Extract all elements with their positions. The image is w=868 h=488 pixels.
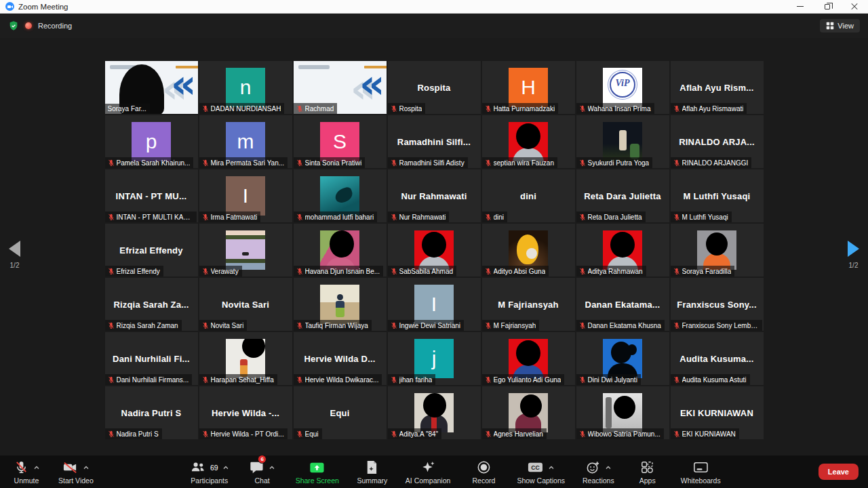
- participant-tile[interactable]: Adityo Absi Guna: [482, 224, 575, 277]
- participant-name-label: Equi: [294, 428, 322, 439]
- participant-photo: [414, 393, 454, 432]
- participant-name-label: Irma Fatmawati: [199, 211, 261, 222]
- participant-tile[interactable]: Rachmad: [294, 61, 387, 114]
- chat-button[interactable]: 6Chat: [247, 459, 278, 485]
- participant-tile[interactable]: M FajriansyahM Fajriansyah: [482, 278, 575, 331]
- muted-mic-icon: [673, 267, 680, 275]
- participant-tile[interactable]: Efrizal EffendyEfrizal Effendy: [105, 224, 198, 277]
- participant-tile[interactable]: EKI KURNIAWANEKI KURNIAWAN: [671, 386, 764, 439]
- participant-name-text: Rizqia Sarah Za...: [113, 300, 189, 310]
- participant-tile[interactable]: Wahana Insan Prima: [576, 61, 669, 114]
- chevron-up-icon[interactable]: [548, 465, 555, 470]
- summary-button[interactable]: Summary: [357, 459, 388, 485]
- participant-tile[interactable]: nDADAN NURDIANSAH: [199, 61, 292, 114]
- close-button[interactable]: [841, 0, 868, 13]
- participant-tile[interactable]: M Luthfi YusaqiM Luthfi Yusaqi: [671, 169, 764, 222]
- apps-button[interactable]: Apps: [632, 459, 663, 485]
- participant-tile[interactable]: Audita Kusuma...Audita Kusuma Astuti: [671, 332, 764, 385]
- leave-button[interactable]: Leave: [818, 464, 859, 480]
- view-button[interactable]: View: [820, 19, 860, 33]
- participants-button[interactable]: 69Participants: [190, 459, 229, 485]
- muted-mic-icon: [202, 267, 209, 275]
- participant-tile[interactable]: Agnes Harvelian: [482, 386, 575, 439]
- participant-tile[interactable]: RINALDO ARJA...RINALDO ARJANGGI: [671, 115, 764, 168]
- participant-photo: [697, 230, 736, 270]
- participant-tile[interactable]: Ramadhini Silfi...Ramadhini Silfi Adisty: [388, 115, 481, 168]
- muted-mic-icon: [485, 213, 492, 221]
- participant-tile[interactable]: Taufiq Firman Wijaya: [294, 278, 387, 331]
- participant-name-text: INTAN - PT MU...: [116, 191, 187, 201]
- participant-tile[interactable]: Syukurdi Putra Yoga: [576, 115, 669, 168]
- participant-tile[interactable]: Aditya.A "84": [388, 386, 481, 439]
- reactions-icon: [585, 460, 601, 475]
- participant-tile[interactable]: Havana Djun Isnain Be...: [294, 224, 387, 277]
- reactions-button[interactable]: Reactions: [583, 459, 614, 485]
- participant-tile[interactable]: dinidini: [482, 169, 575, 222]
- participant-tile[interactable]: septian wira Fauzan: [482, 115, 575, 168]
- participant-tile[interactable]: RospitaRospita: [388, 61, 481, 114]
- participant-tile[interactable]: EquiEqui: [294, 386, 387, 439]
- participant-name-label: Sinta Sonia Pratiwi: [294, 157, 366, 168]
- participant-tile[interactable]: mohammad lutfi bahari: [294, 169, 387, 222]
- muted-mic-icon: [673, 159, 680, 167]
- next-page-arrow-icon[interactable]: [848, 241, 859, 257]
- participant-tile[interactable]: Dani Nurhilali Fi...Dani Nurhilali Firma…: [105, 332, 198, 385]
- camera-muted-icon: [62, 460, 79, 475]
- record-button[interactable]: Record: [468, 459, 499, 485]
- participant-tile[interactable]: Dini Dwi Julyanti: [576, 332, 669, 385]
- participant-tile[interactable]: Soraya Faradilla: [671, 224, 764, 277]
- participant-name-label: Rachmad: [294, 103, 338, 114]
- chevron-up-icon[interactable]: [605, 465, 612, 470]
- participant-tile[interactable]: Nadira Putri SNadira Putri S: [105, 386, 198, 439]
- show-captions-button[interactable]: CCShow Captions: [517, 459, 565, 485]
- muted-mic-icon: [673, 104, 680, 113]
- participant-tile[interactable]: Nur RahmawatiNur Rahmawati: [388, 169, 481, 222]
- participant-tile[interactable]: Ego Yulianto Adi Guna: [482, 332, 575, 385]
- participant-tile[interactable]: Franxiscus Sony...Franxiscus Sony Lemba.…: [671, 278, 764, 331]
- ai-companion-button[interactable]: AI Companion: [406, 459, 451, 485]
- participant-tile[interactable]: INTAN - PT MU...INTAN - PT MULTI KAR...: [105, 169, 198, 222]
- participant-tile[interactable]: SSinta Sonia Pratiwi: [294, 115, 387, 168]
- chevron-up-icon[interactable]: [269, 465, 275, 470]
- participant-tile[interactable]: mMira Permata Sari Yan...: [199, 115, 292, 168]
- participant-name-text: Novita Sari: [222, 300, 269, 310]
- participant-name-label: Wahana Insan Prima: [576, 103, 654, 114]
- start-video-button[interactable]: Start Video: [58, 459, 94, 485]
- participant-tile[interactable]: jjihan fariha: [388, 332, 481, 385]
- participant-tile[interactable]: Wibowo Satria Pamun...: [576, 386, 669, 439]
- participant-name-label: Nadira Putri S: [105, 428, 162, 439]
- participant-tile[interactable]: Rizqia Sarah Za...Rizqia Sarah Zaman: [105, 278, 198, 331]
- participant-name-label: Soraya Far...: [105, 104, 150, 114]
- muted-mic-icon: [202, 213, 209, 221]
- participant-tile[interactable]: SabSabila Ahmad: [388, 224, 481, 277]
- participant-tile[interactable]: HHatta Purnamadzaki: [482, 61, 575, 114]
- participant-tile[interactable]: Harapan Sehat_Hiffa: [199, 332, 292, 385]
- restore-button[interactable]: [814, 0, 841, 13]
- participant-tile[interactable]: Novita SariNovita Sari: [199, 278, 292, 331]
- participant-tile[interactable]: Hervie Wilda D...Hervie Wilda Dwikarac..…: [294, 332, 387, 385]
- avatar: H: [509, 68, 548, 107]
- muted-mic-icon: [485, 321, 492, 329]
- avatar: p: [132, 122, 171, 161]
- participants-count: 69: [210, 464, 218, 472]
- participant-tile[interactable]: pPamela Sarah Khairun...: [105, 115, 198, 168]
- participant-tile[interactable]: Hervie Wilda -...Hervie Wilda - PT Ordi.…: [199, 386, 292, 439]
- muted-mic-icon: [579, 430, 586, 438]
- chevron-up-icon[interactable]: [222, 465, 229, 470]
- whiteboards-button[interactable]: Whiteboards: [681, 459, 721, 485]
- chevron-up-icon[interactable]: [33, 465, 40, 470]
- participant-tile[interactable]: Verawaty: [199, 224, 292, 277]
- share-screen-button[interactable]: Share Screen: [296, 459, 339, 485]
- participant-tile[interactable]: Danan Ekatama...Danan Ekatama Khusna: [576, 278, 669, 331]
- chevron-up-icon[interactable]: [83, 465, 90, 470]
- participant-tile[interactable]: Reta Dara JuliettaReta Dara Julietta: [576, 169, 669, 222]
- participant-tile[interactable]: IIngwie Dewi Satriani: [388, 278, 481, 331]
- participant-tile[interactable]: Aflah Ayu Rism...Aflah Ayu Rismawati: [671, 61, 764, 114]
- participant-tile[interactable]: IIrma Fatmawati: [199, 169, 292, 222]
- minimize-button[interactable]: [787, 0, 814, 13]
- previous-page-arrow-icon[interactable]: [9, 241, 20, 257]
- participant-tile[interactable]: Soraya Far...: [105, 61, 198, 114]
- participant-name-label: EKI KURNIAWAN: [671, 428, 739, 439]
- participant-tile[interactable]: Aditya Rahmawan: [576, 224, 669, 277]
- unmute-button[interactable]: Unmute: [11, 459, 42, 485]
